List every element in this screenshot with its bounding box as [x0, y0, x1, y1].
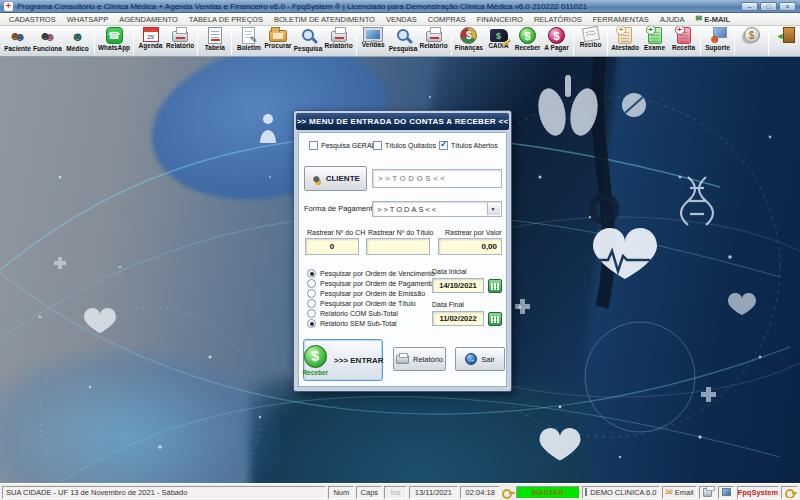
receber-caption: Receber	[302, 369, 328, 376]
toolbar-label: Procurar	[264, 42, 291, 50]
forma-pagamento-value: >>TODAS<<	[377, 205, 438, 214]
toolbar-button-recibo[interactable]: Recibo	[576, 27, 605, 57]
chevron-down-icon[interactable]: ▼	[487, 203, 500, 215]
menu-agendamento[interactable]: AGENDAMENTO	[114, 15, 183, 24]
cliente-value-field[interactable]: >>TODOS<<	[372, 169, 502, 188]
menu-relatorios[interactable]: RELATÓRIOS	[529, 15, 587, 24]
exit-arrow-icon: →	[465, 353, 477, 365]
cliente-button[interactable]: ☻ CLIENTE	[304, 166, 367, 191]
minimize-icon[interactable]: –	[741, 2, 758, 11]
toolbar-button-whatsapp[interactable]: WhatsApp	[97, 27, 131, 57]
entrar-button[interactable]: $ Receber >>> ENTRAR	[303, 339, 383, 381]
rastrear-valor-input[interactable]: 0,00	[438, 238, 502, 255]
note-beige-icon	[618, 27, 632, 44]
data-inicial-input[interactable]: 14/10/2021	[432, 278, 484, 293]
data-final-input[interactable]: 11/02/2022	[432, 311, 484, 326]
relatorio-button[interactable]: Relatório	[393, 347, 446, 371]
checkbox-box[interactable]	[373, 141, 382, 150]
menu-cadastros[interactable]: CADASTROS	[4, 15, 61, 24]
email-icon: ✉	[695, 15, 702, 23]
email-icon: ✉	[665, 488, 673, 497]
menu-compras[interactable]: COMPRAS	[423, 15, 471, 24]
toolbar-button-paciente[interactable]: Paciente	[3, 27, 32, 57]
forma-pagamento-select[interactable]: >>TODAS<< ▼	[372, 201, 502, 217]
radio-ordem-pagamento[interactable]: Pesquisar por Ordem de Pagamento	[307, 279, 434, 288]
toolbar-button-relatorio-boletim[interactable]: Relatório	[323, 27, 353, 57]
radio-relatorio-sem-subtotal[interactable]: Relatório SEM Sub-Total	[307, 319, 397, 328]
toolbar-button-receita[interactable]: Receita	[669, 27, 698, 57]
toolbar-button-receber[interactable]: $Receber	[513, 27, 542, 57]
toolbar-label: Finanças	[455, 44, 483, 52]
toolbar-label: Atestado	[611, 44, 639, 52]
toolbar-button-procurar[interactable]: Procurar	[263, 27, 292, 57]
toolbar-label: Relatório	[166, 42, 194, 50]
radio-dot[interactable]	[307, 289, 316, 298]
toolbar-button-pesquisa-boletim[interactable]: Pesquisa	[293, 27, 324, 57]
menu-email[interactable]: ✉ E-MAIL	[690, 15, 735, 24]
toolbar-button-medico[interactable]: Médico	[63, 27, 92, 57]
dialog-titlebar[interactable]: >> MENU DE ENTRADA DO CONTAS A RECEBER <…	[296, 113, 509, 130]
maximize-icon[interactable]: □	[760, 2, 777, 11]
employees-icon	[39, 27, 57, 45]
toolbar-button-exame[interactable]: Exame	[640, 27, 669, 57]
monitor-icon	[722, 488, 731, 496]
menu-ferramentas[interactable]: FERRAMENTAS	[588, 15, 654, 24]
calendar-picker-icon[interactable]	[488, 279, 502, 293]
rastrear-ch-label: Rastrear Nº do CH	[307, 229, 365, 236]
radio-dot[interactable]	[307, 279, 316, 288]
menu-whatsapp[interactable]: WHATSAPP	[62, 15, 114, 24]
radio-dot[interactable]	[307, 309, 316, 318]
checkbox-titulos-abertos[interactable]: Títulos Abertos	[439, 141, 498, 150]
menu-financeiro[interactable]: FINANCEIRO	[472, 15, 528, 24]
status-num-lock: Num	[328, 486, 354, 499]
folder-search-icon	[269, 30, 287, 42]
close-icon[interactable]: ×	[779, 2, 796, 11]
status-email[interactable]: ✉ Email	[662, 486, 697, 499]
radio-dot[interactable]	[307, 269, 316, 278]
toolbar-button-moeda[interactable]: $	[737, 27, 766, 57]
toolbar-separator	[356, 28, 357, 55]
calendar-picker-icon[interactable]	[488, 312, 502, 326]
radio-relatorio-com-subtotal[interactable]: Relatório COM Sub-Total	[307, 309, 398, 318]
toolbar-button-suporte[interactable]: Suporte	[703, 27, 732, 57]
checkbox-titulos-quitados[interactable]: Títulos Quitados	[373, 141, 436, 150]
coins-icon: $	[744, 27, 760, 43]
toolbar-button-funcionaria[interactable]: Funciona	[32, 27, 63, 57]
menu-tabela-de-precos[interactable]: TABELA DE PREÇOS	[184, 15, 268, 24]
radio-ordem-emissao[interactable]: Pesquisar por Ordem de Emissão	[307, 289, 425, 298]
checkbox-box[interactable]	[439, 141, 448, 150]
relatorio-button-label: Relatório	[413, 355, 443, 364]
cliente-button-label: CLIENTE	[326, 174, 360, 183]
status-network[interactable]	[718, 486, 735, 499]
toolbar-button-financas[interactable]: Finanças	[454, 27, 484, 57]
toolbar-button-pesquisa-vendas[interactable]: Pesquisa	[388, 27, 419, 57]
toolbar-button-relatorio-agenda[interactable]: Relatório	[165, 27, 195, 57]
radio-ordem-titulo[interactable]: Pesquisar por Ordem de Título	[307, 299, 416, 308]
checkbox-label: Títulos Quitados	[385, 142, 436, 149]
printer-icon	[331, 31, 347, 42]
toolbar-button-sair-app[interactable]	[771, 27, 800, 57]
status-printer[interactable]	[699, 486, 716, 499]
toolbar-button-atestado[interactable]: Atestado	[610, 27, 640, 57]
toolbar-button-tabela[interactable]: Tabela	[200, 27, 229, 57]
rastrear-ch-input[interactable]: 0	[305, 238, 359, 255]
toolbar-button-caixa[interactable]: CAIXA	[484, 27, 513, 57]
receipt-icon	[581, 26, 599, 42]
radio-ordem-vencimento[interactable]: Pesquisar por Ordem de Vencimento	[307, 269, 435, 278]
sair-button[interactable]: → Sair	[455, 347, 505, 371]
toolbar-button-relatorio-vendas[interactable]: Relatório	[418, 27, 448, 57]
toolbar-label: Pesquisa	[389, 45, 418, 53]
toolbar-button-boletim[interactable]: Boletim	[234, 27, 263, 57]
toolbar-button-a-pagar[interactable]: $A Pagar	[542, 27, 571, 57]
radio-dot[interactable]	[307, 319, 316, 328]
menu-ajuda[interactable]: AJUDA	[655, 15, 690, 24]
radio-dot[interactable]	[307, 299, 316, 308]
menu-boletim-de-atendimento[interactable]: BOLETIM DE ATENDIMENTO	[269, 15, 380, 24]
checkbox-box[interactable]	[309, 141, 318, 150]
status-clinic: DEMO CLINICA 6.0	[582, 486, 660, 499]
toolbar-button-agenda[interactable]: Agenda	[136, 27, 165, 57]
menu-vendas[interactable]: VENDAS	[381, 15, 422, 24]
toolbar-button-vendas[interactable]: Vendas	[359, 27, 388, 57]
checkbox-pesquisa-geral[interactable]: Pesquisa GERAL	[309, 141, 375, 150]
rastrear-titulo-input[interactable]	[366, 238, 430, 255]
